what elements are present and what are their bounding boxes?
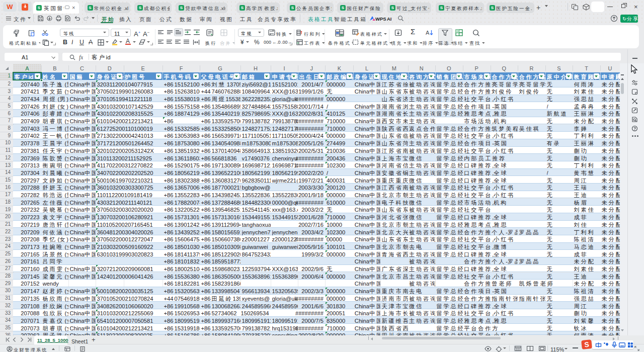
svg-text:A: A <box>426 30 430 36</box>
